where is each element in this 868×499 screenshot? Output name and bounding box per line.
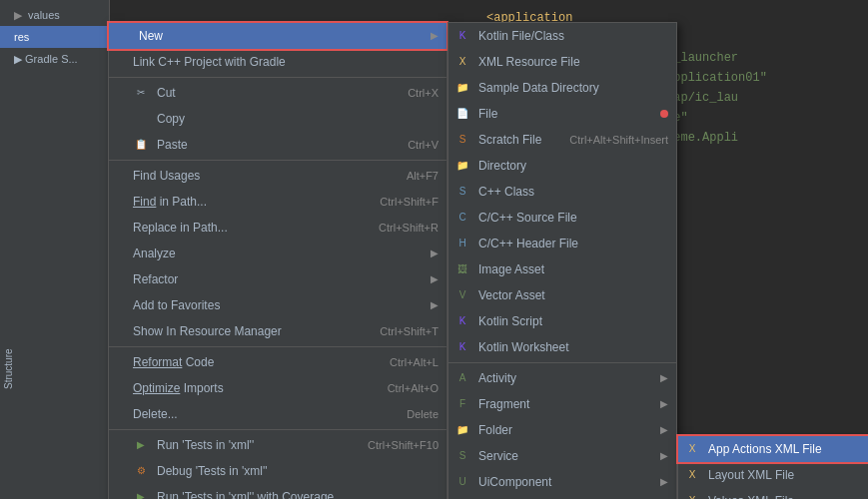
refactor-arrow: ▶	[431, 269, 438, 289]
submenu-label-kotlin-class: Kotlin File/Class	[478, 26, 564, 46]
run-tests-shortcut: Ctrl+Shift+F10	[368, 435, 438, 455]
structure-tab[interactable]: Structure	[0, 339, 16, 399]
tree-item-res[interactable]: res	[0, 26, 109, 48]
context-menu[interactable]: New ▶ Link C++ Project with Gradle ✂ Cut…	[108, 22, 447, 499]
submenu-scratch[interactable]: S Scratch File Ctrl+Alt+Shift+Insert	[448, 127, 676, 153]
menu-item-find-path[interactable]: Find in Path... Ctrl+Shift+F	[109, 189, 446, 215]
menu-item-paste[interactable]: 📋 Paste Ctrl+V	[109, 132, 446, 158]
submenu-label-kotlin-worksheet: Kotlin Worksheet	[478, 337, 569, 357]
folder-arrow: ▶	[660, 420, 668, 440]
menu-item-delete[interactable]: Delete... Delete	[109, 401, 446, 427]
show-resource-shortcut: Ctrl+Shift+T	[380, 321, 438, 341]
submenu-sample-data[interactable]: 📁 Sample Data Directory	[448, 75, 676, 101]
menu-label-find-usages: Find Usages	[133, 166, 200, 186]
submenu-layout-xml[interactable]: X Layout XML File	[678, 462, 868, 488]
menu-label-copy: Copy	[157, 109, 185, 129]
reformat-shortcut: Ctrl+Alt+L	[390, 352, 438, 372]
menu-item-find-usages[interactable]: Find Usages Alt+F7	[109, 163, 446, 189]
menu-item-debug-tests[interactable]: ⚙ Debug 'Tests in 'xml''	[109, 458, 446, 484]
kotlin-class-icon: K	[454, 28, 470, 44]
layout-xml-icon: X	[684, 467, 700, 483]
menu-item-run-tests[interactable]: ▶ Run 'Tests in 'xml'' Ctrl+Shift+F10	[109, 432, 446, 458]
submenu-automotive[interactable]: A Automotive ▶	[448, 495, 676, 499]
cpp-class-icon: S	[454, 184, 470, 200]
menu-label-run-coverage: Run 'Tests in 'xml'' with Coverage	[157, 487, 334, 499]
menu-label-reformat: Reformat Code	[133, 352, 214, 372]
menu-label-replace-path: Replace in Path...	[133, 218, 228, 238]
submenu-cpp-source[interactable]: C C/C++ Source File	[448, 205, 676, 231]
file-badge	[660, 110, 668, 118]
submenu-kotlin-class[interactable]: K Kotlin File/Class	[448, 23, 676, 49]
service-arrow: ▶	[660, 446, 668, 466]
menu-item-cut[interactable]: ✂ Cut Ctrl+X	[109, 80, 446, 106]
submenu-image-asset[interactable]: 🖼 Image Asset	[448, 256, 676, 282]
menu-label-new: New	[139, 26, 163, 46]
submenu-kotlin-script[interactable]: K Kotlin Script	[448, 308, 676, 334]
service-icon: S	[454, 448, 470, 464]
values-xml-icon: X	[684, 493, 700, 499]
debug-tests-icon: ⚙	[133, 463, 149, 479]
cut-icon: ✂	[133, 85, 149, 101]
menu-label-show-resource: Show In Resource Manager	[133, 321, 282, 341]
new-separator-1	[448, 362, 676, 363]
menu-label-debug-tests: Debug 'Tests in 'xml''	[157, 461, 268, 481]
separator-4	[109, 429, 446, 430]
submenu-xml-menu[interactable]: X App Actions XML File X Layout XML File…	[677, 435, 868, 499]
submenu-activity[interactable]: A Activity ▶	[448, 365, 676, 391]
separator-1	[109, 77, 446, 78]
menu-item-add-favorites[interactable]: Add to Favorites ▶	[109, 292, 446, 318]
submenu-cpp-class[interactable]: S C++ Class	[448, 179, 676, 205]
activity-icon: A	[454, 370, 470, 386]
submenu-ui-component[interactable]: U UiComponent ▶	[448, 469, 676, 495]
menu-label-add-favorites: Add to Favorites	[133, 295, 220, 315]
submenu-service[interactable]: S Service ▶	[448, 443, 676, 469]
menu-item-run-coverage[interactable]: ▶ Run 'Tests in 'xml'' with Coverage	[109, 484, 446, 499]
file-icon: 📄	[454, 106, 470, 122]
menu-item-reformat[interactable]: Reformat Code Ctrl+Alt+L	[109, 349, 446, 375]
submenu-label-xml-resource: XML Resource File	[478, 52, 580, 72]
submenu-vector-asset[interactable]: V Vector Asset	[448, 282, 676, 308]
submenu-xml-resource[interactable]: X XML Resource File	[448, 49, 676, 75]
cut-shortcut: Ctrl+X	[408, 83, 438, 103]
activity-arrow: ▶	[660, 368, 668, 388]
submenu-label-app-actions-xml: App Actions XML File	[708, 439, 822, 459]
menu-item-copy[interactable]: Copy	[109, 106, 446, 132]
submenu-label-directory: Directory	[478, 156, 526, 176]
menu-item-optimize[interactable]: Optimize Imports Ctrl+Alt+O	[109, 375, 446, 401]
optimize-shortcut: Ctrl+Alt+O	[388, 378, 438, 398]
submenu-app-actions-xml[interactable]: X App Actions XML File	[678, 436, 868, 462]
submenu-folder[interactable]: 📁 Folder ▶	[448, 417, 676, 443]
submenu-label-folder: Folder	[478, 420, 512, 440]
find-path-shortcut: Ctrl+Shift+F	[380, 192, 438, 212]
fragment-arrow: ▶	[660, 394, 668, 414]
submenu-new[interactable]: K Kotlin File/Class X XML Resource File …	[447, 22, 677, 499]
separator-3	[109, 346, 446, 347]
project-tree: ▶ values res ▶ Gradle S...	[0, 0, 110, 499]
submenu-label-layout-xml: Layout XML File	[708, 465, 794, 485]
menu-item-new[interactable]: New ▶	[109, 23, 446, 49]
submenu-label-values-xml: Values XML File	[708, 491, 794, 499]
paste-shortcut: Ctrl+V	[408, 135, 438, 155]
submenu-directory[interactable]: 📁 Directory	[448, 153, 676, 179]
submenu-file[interactable]: 📄 File	[448, 101, 676, 127]
replace-path-shortcut: Ctrl+Shift+R	[379, 218, 438, 238]
submenu-label-service: Service	[478, 446, 518, 466]
submenu-fragment[interactable]: F Fragment ▶	[448, 391, 676, 417]
tree-item-values[interactable]: ▶ values	[0, 4, 109, 26]
directory-icon: 📁	[454, 158, 470, 174]
menu-item-show-resource[interactable]: Show In Resource Manager Ctrl+Shift+T	[109, 318, 446, 344]
menu-item-refactor[interactable]: Refactor ▶	[109, 266, 446, 292]
image-asset-icon: 🖼	[454, 261, 470, 277]
submenu-values-xml[interactable]: X Values XML File	[678, 488, 868, 499]
submenu-cpp-header[interactable]: H C/C++ Header File	[448, 231, 676, 256]
menu-item-analyze[interactable]: Analyze ▶	[109, 241, 446, 266]
separator-2	[109, 160, 446, 161]
submenu-label-kotlin-script: Kotlin Script	[478, 311, 542, 331]
find-usages-shortcut: Alt+F7	[407, 166, 438, 186]
cpp-source-icon: C	[454, 210, 470, 226]
tree-item-gradle[interactable]: ▶ Gradle S...	[0, 48, 109, 70]
paste-icon: 📋	[133, 137, 149, 153]
menu-item-link-cpp[interactable]: Link C++ Project with Gradle	[109, 49, 446, 75]
submenu-kotlin-worksheet[interactable]: K Kotlin Worksheet	[448, 334, 676, 360]
menu-item-replace-path[interactable]: Replace in Path... Ctrl+Shift+R	[109, 215, 446, 241]
